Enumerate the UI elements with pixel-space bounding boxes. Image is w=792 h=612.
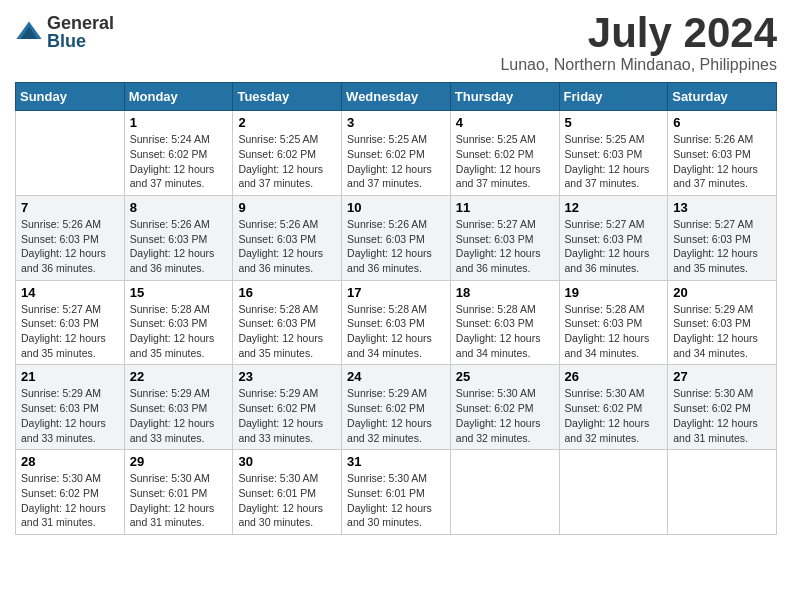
day-number: 9 bbox=[238, 200, 336, 215]
logo: General Blue bbox=[15, 14, 114, 50]
day-number: 24 bbox=[347, 369, 445, 384]
day-info: Sunrise: 5:29 AMSunset: 6:03 PMDaylight:… bbox=[21, 386, 119, 445]
calendar-cell: 31Sunrise: 5:30 AMSunset: 6:01 PMDayligh… bbox=[342, 450, 451, 535]
calendar-cell: 8Sunrise: 5:26 AMSunset: 6:03 PMDaylight… bbox=[124, 195, 233, 280]
calendar-cell: 22Sunrise: 5:29 AMSunset: 6:03 PMDayligh… bbox=[124, 365, 233, 450]
calendar-cell: 20Sunrise: 5:29 AMSunset: 6:03 PMDayligh… bbox=[668, 280, 777, 365]
calendar-cell: 4Sunrise: 5:25 AMSunset: 6:02 PMDaylight… bbox=[450, 111, 559, 196]
day-info: Sunrise: 5:26 AMSunset: 6:03 PMDaylight:… bbox=[21, 217, 119, 276]
calendar-cell: 29Sunrise: 5:30 AMSunset: 6:01 PMDayligh… bbox=[124, 450, 233, 535]
calendar-cell bbox=[668, 450, 777, 535]
calendar-cell: 13Sunrise: 5:27 AMSunset: 6:03 PMDayligh… bbox=[668, 195, 777, 280]
day-info: Sunrise: 5:26 AMSunset: 6:03 PMDaylight:… bbox=[347, 217, 445, 276]
calendar-cell: 12Sunrise: 5:27 AMSunset: 6:03 PMDayligh… bbox=[559, 195, 668, 280]
calendar-cell bbox=[450, 450, 559, 535]
day-info: Sunrise: 5:30 AMSunset: 6:02 PMDaylight:… bbox=[565, 386, 663, 445]
calendar-cell bbox=[16, 111, 125, 196]
day-info: Sunrise: 5:29 AMSunset: 6:03 PMDaylight:… bbox=[673, 302, 771, 361]
day-number: 6 bbox=[673, 115, 771, 130]
day-header-friday: Friday bbox=[559, 83, 668, 111]
day-info: Sunrise: 5:26 AMSunset: 6:03 PMDaylight:… bbox=[130, 217, 228, 276]
day-number: 16 bbox=[238, 285, 336, 300]
day-info: Sunrise: 5:25 AMSunset: 6:02 PMDaylight:… bbox=[347, 132, 445, 191]
week-row-2: 7Sunrise: 5:26 AMSunset: 6:03 PMDaylight… bbox=[16, 195, 777, 280]
days-of-week-row: SundayMondayTuesdayWednesdayThursdayFrid… bbox=[16, 83, 777, 111]
day-info: Sunrise: 5:30 AMSunset: 6:01 PMDaylight:… bbox=[347, 471, 445, 530]
day-number: 14 bbox=[21, 285, 119, 300]
day-info: Sunrise: 5:28 AMSunset: 6:03 PMDaylight:… bbox=[565, 302, 663, 361]
calendar-cell: 15Sunrise: 5:28 AMSunset: 6:03 PMDayligh… bbox=[124, 280, 233, 365]
day-header-thursday: Thursday bbox=[450, 83, 559, 111]
calendar-cell: 11Sunrise: 5:27 AMSunset: 6:03 PMDayligh… bbox=[450, 195, 559, 280]
day-number: 12 bbox=[565, 200, 663, 215]
day-info: Sunrise: 5:30 AMSunset: 6:02 PMDaylight:… bbox=[21, 471, 119, 530]
logo-general: General bbox=[47, 14, 114, 32]
day-number: 31 bbox=[347, 454, 445, 469]
calendar-cell: 25Sunrise: 5:30 AMSunset: 6:02 PMDayligh… bbox=[450, 365, 559, 450]
calendar-cell: 19Sunrise: 5:28 AMSunset: 6:03 PMDayligh… bbox=[559, 280, 668, 365]
day-number: 8 bbox=[130, 200, 228, 215]
calendar-cell: 14Sunrise: 5:27 AMSunset: 6:03 PMDayligh… bbox=[16, 280, 125, 365]
day-number: 15 bbox=[130, 285, 228, 300]
calendar-cell: 30Sunrise: 5:30 AMSunset: 6:01 PMDayligh… bbox=[233, 450, 342, 535]
week-row-3: 14Sunrise: 5:27 AMSunset: 6:03 PMDayligh… bbox=[16, 280, 777, 365]
day-info: Sunrise: 5:25 AMSunset: 6:02 PMDaylight:… bbox=[456, 132, 554, 191]
calendar-table: SundayMondayTuesdayWednesdayThursdayFrid… bbox=[15, 82, 777, 535]
day-info: Sunrise: 5:26 AMSunset: 6:03 PMDaylight:… bbox=[238, 217, 336, 276]
day-info: Sunrise: 5:27 AMSunset: 6:03 PMDaylight:… bbox=[456, 217, 554, 276]
day-number: 19 bbox=[565, 285, 663, 300]
day-number: 22 bbox=[130, 369, 228, 384]
day-number: 20 bbox=[673, 285, 771, 300]
page-header: General Blue July 2024 Lunao, Northern M… bbox=[15, 10, 777, 74]
day-number: 23 bbox=[238, 369, 336, 384]
day-info: Sunrise: 5:28 AMSunset: 6:03 PMDaylight:… bbox=[347, 302, 445, 361]
calendar-cell: 18Sunrise: 5:28 AMSunset: 6:03 PMDayligh… bbox=[450, 280, 559, 365]
calendar-cell: 1Sunrise: 5:24 AMSunset: 6:02 PMDaylight… bbox=[124, 111, 233, 196]
day-info: Sunrise: 5:30 AMSunset: 6:02 PMDaylight:… bbox=[456, 386, 554, 445]
day-info: Sunrise: 5:27 AMSunset: 6:03 PMDaylight:… bbox=[565, 217, 663, 276]
day-header-sunday: Sunday bbox=[16, 83, 125, 111]
day-header-tuesday: Tuesday bbox=[233, 83, 342, 111]
calendar-cell: 16Sunrise: 5:28 AMSunset: 6:03 PMDayligh… bbox=[233, 280, 342, 365]
day-info: Sunrise: 5:28 AMSunset: 6:03 PMDaylight:… bbox=[238, 302, 336, 361]
day-info: Sunrise: 5:28 AMSunset: 6:03 PMDaylight:… bbox=[130, 302, 228, 361]
day-info: Sunrise: 5:29 AMSunset: 6:03 PMDaylight:… bbox=[130, 386, 228, 445]
day-number: 4 bbox=[456, 115, 554, 130]
calendar-cell: 17Sunrise: 5:28 AMSunset: 6:03 PMDayligh… bbox=[342, 280, 451, 365]
day-number: 21 bbox=[21, 369, 119, 384]
week-row-5: 28Sunrise: 5:30 AMSunset: 6:02 PMDayligh… bbox=[16, 450, 777, 535]
month-title: July 2024 bbox=[500, 10, 777, 56]
day-number: 10 bbox=[347, 200, 445, 215]
calendar-cell: 23Sunrise: 5:29 AMSunset: 6:02 PMDayligh… bbox=[233, 365, 342, 450]
day-number: 7 bbox=[21, 200, 119, 215]
day-number: 27 bbox=[673, 369, 771, 384]
day-info: Sunrise: 5:30 AMSunset: 6:01 PMDaylight:… bbox=[238, 471, 336, 530]
location-title: Lunao, Northern Mindanao, Philippines bbox=[500, 56, 777, 74]
day-number: 5 bbox=[565, 115, 663, 130]
day-number: 25 bbox=[456, 369, 554, 384]
calendar-cell: 10Sunrise: 5:26 AMSunset: 6:03 PMDayligh… bbox=[342, 195, 451, 280]
day-header-saturday: Saturday bbox=[668, 83, 777, 111]
day-info: Sunrise: 5:29 AMSunset: 6:02 PMDaylight:… bbox=[238, 386, 336, 445]
day-header-monday: Monday bbox=[124, 83, 233, 111]
day-info: Sunrise: 5:27 AMSunset: 6:03 PMDaylight:… bbox=[673, 217, 771, 276]
day-number: 17 bbox=[347, 285, 445, 300]
calendar-cell: 24Sunrise: 5:29 AMSunset: 6:02 PMDayligh… bbox=[342, 365, 451, 450]
calendar-cell: 3Sunrise: 5:25 AMSunset: 6:02 PMDaylight… bbox=[342, 111, 451, 196]
calendar-cell: 26Sunrise: 5:30 AMSunset: 6:02 PMDayligh… bbox=[559, 365, 668, 450]
calendar-header: SundayMondayTuesdayWednesdayThursdayFrid… bbox=[16, 83, 777, 111]
calendar-cell bbox=[559, 450, 668, 535]
day-info: Sunrise: 5:27 AMSunset: 6:03 PMDaylight:… bbox=[21, 302, 119, 361]
calendar-cell: 21Sunrise: 5:29 AMSunset: 6:03 PMDayligh… bbox=[16, 365, 125, 450]
day-number: 28 bbox=[21, 454, 119, 469]
calendar-cell: 5Sunrise: 5:25 AMSunset: 6:03 PMDaylight… bbox=[559, 111, 668, 196]
day-info: Sunrise: 5:30 AMSunset: 6:02 PMDaylight:… bbox=[673, 386, 771, 445]
day-number: 3 bbox=[347, 115, 445, 130]
calendar-body: 1Sunrise: 5:24 AMSunset: 6:02 PMDaylight… bbox=[16, 111, 777, 535]
day-number: 13 bbox=[673, 200, 771, 215]
day-number: 29 bbox=[130, 454, 228, 469]
week-row-4: 21Sunrise: 5:29 AMSunset: 6:03 PMDayligh… bbox=[16, 365, 777, 450]
calendar-cell: 27Sunrise: 5:30 AMSunset: 6:02 PMDayligh… bbox=[668, 365, 777, 450]
calendar-cell: 2Sunrise: 5:25 AMSunset: 6:02 PMDaylight… bbox=[233, 111, 342, 196]
calendar-cell: 28Sunrise: 5:30 AMSunset: 6:02 PMDayligh… bbox=[16, 450, 125, 535]
